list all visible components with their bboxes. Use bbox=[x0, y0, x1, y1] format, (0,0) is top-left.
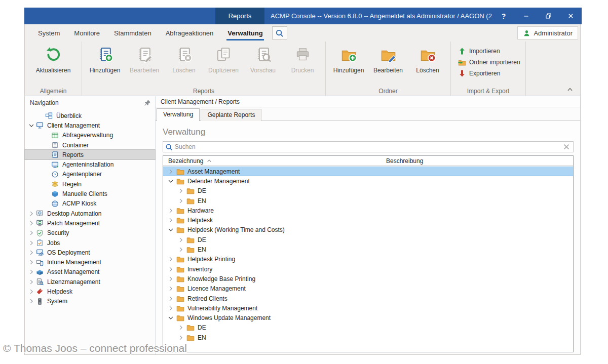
sidebar-item-container[interactable]: Container bbox=[25, 140, 155, 150]
sidebar-item-regeln[interactable]: Regeln bbox=[25, 179, 155, 189]
chevron-right-icon bbox=[167, 275, 174, 282]
column-header-beschreibung[interactable]: Beschreibung bbox=[381, 156, 573, 166]
menubar: SystemMonitoreStammdatenAbfrageaktionenV… bbox=[25, 24, 580, 42]
report-edit-icon bbox=[136, 46, 153, 63]
search-input[interactable]: Suchen bbox=[163, 141, 574, 152]
table-row-de[interactable]: DE bbox=[163, 235, 573, 245]
table-row-en[interactable]: EN bbox=[163, 333, 573, 342]
chevron-right-icon bbox=[167, 305, 174, 312]
table-row-hardware[interactable]: Hardware bbox=[163, 206, 573, 215]
table-row-de[interactable]: DE bbox=[163, 186, 573, 196]
close-button[interactable] bbox=[559, 8, 582, 24]
button-label: Hinzufügen bbox=[90, 67, 121, 74]
drucken-button: Drucken bbox=[283, 44, 322, 83]
help-button[interactable]: ? bbox=[492, 8, 515, 24]
restore-button[interactable] bbox=[537, 8, 559, 24]
tab-geplante-reports[interactable]: Geplante Reports bbox=[201, 109, 261, 121]
titlebar-reports-tab[interactable]: Reports bbox=[215, 8, 264, 24]
sidebar-item-agenteninstallation[interactable]: Agenteninstallation bbox=[25, 159, 155, 169]
table-row-helpdesk[interactable]: Helpdesk bbox=[163, 215, 573, 225]
folder-icon bbox=[176, 275, 184, 283]
table-row-licence-management[interactable]: Licence Management bbox=[163, 284, 573, 294]
client-management-icon bbox=[36, 122, 44, 129]
sidebar-item-reports[interactable]: Reports bbox=[25, 150, 155, 159]
folder-icon bbox=[176, 168, 184, 176]
hinzufuegen-button[interactable]: Hinzufügen bbox=[329, 44, 368, 83]
sidebar-item-patch-management[interactable]: Patch Management bbox=[25, 218, 155, 228]
pin-icon[interactable] bbox=[144, 99, 151, 106]
table-row-windows-update-management[interactable]: Windows Update Management bbox=[163, 313, 573, 322]
loeschen-button[interactable]: Löschen bbox=[408, 44, 447, 83]
sidebar-item-ueberblick[interactable]: Überblick bbox=[25, 111, 155, 120]
tab-verwaltung[interactable]: Verwaltung bbox=[157, 108, 200, 121]
report-preview-icon bbox=[255, 46, 272, 63]
row-label: Helpdesk bbox=[187, 217, 213, 224]
sidebar-item-manuelle-clients[interactable]: Manuelle Clients bbox=[25, 189, 155, 198]
sidebar-item-agentenplaner[interactable]: Agentenplaner bbox=[25, 170, 155, 179]
duplizieren-button: Duplizieren bbox=[204, 44, 243, 83]
aktualisieren-button[interactable]: Aktualisieren bbox=[28, 44, 79, 83]
sidebar-item-jobs[interactable]: Jobs bbox=[25, 238, 155, 248]
table-row-vulnerability-management[interactable]: Vulnerability Management bbox=[163, 303, 573, 313]
table-row-de[interactable]: DE bbox=[163, 323, 573, 333]
row-label: Defender Management bbox=[187, 178, 250, 185]
sidebar-item-system[interactable]: System bbox=[25, 297, 155, 306]
table-row-retired-clients[interactable]: Retired Clients bbox=[163, 294, 573, 303]
user-icon bbox=[523, 29, 530, 37]
sidebar-item-os-deployment[interactable]: OS Deployment bbox=[25, 248, 155, 257]
chevron-down-icon bbox=[167, 226, 174, 233]
column-header-bezeichnung[interactable]: Bezeichnung bbox=[163, 156, 381, 166]
row-label: Inventory bbox=[187, 266, 212, 273]
sidebar-item-intune-management[interactable]: Intune Management bbox=[25, 257, 155, 267]
menu-search-button[interactable] bbox=[272, 26, 287, 39]
chevron-right-icon bbox=[28, 210, 35, 217]
sidebar-item-security[interactable]: Security bbox=[25, 228, 155, 238]
sidebar-item-asset-management[interactable]: Asset Management bbox=[25, 267, 155, 277]
titlebar: Reports ACMP Console -- Version 6.8.0 --… bbox=[24, 8, 582, 24]
table-row-en[interactable]: EN bbox=[163, 196, 573, 206]
loeschen-button: Löschen bbox=[164, 44, 204, 83]
sidebar-item-desktop-automation[interactable]: Desktop Automation bbox=[25, 209, 155, 218]
report-delete-icon bbox=[176, 46, 193, 63]
table-row-knowledge-base-printing[interactable]: Knowledge Base Printing bbox=[163, 274, 573, 284]
table-body: Asset ManagementDefender ManagementDEENH… bbox=[163, 166, 573, 352]
sidebar-item-helpdesk[interactable]: Helpdesk bbox=[25, 287, 155, 296]
menu-item-monitore[interactable]: Monitore bbox=[67, 25, 107, 41]
table-row-asset-management[interactable]: Asset Management bbox=[163, 167, 573, 176]
row-label: DE bbox=[198, 236, 206, 244]
button-label: Bearbeiten bbox=[373, 67, 403, 74]
minimize-button[interactable] bbox=[515, 8, 537, 24]
menu-item-system[interactable]: System bbox=[31, 25, 67, 41]
hinzufuegen-button[interactable]: Hinzufügen bbox=[85, 44, 125, 83]
chevron-right-icon bbox=[167, 295, 174, 302]
ribbon-collapse-button[interactable] bbox=[566, 86, 574, 94]
sidebar-item-acmp-kiosk[interactable]: ACMP Kiosk bbox=[25, 199, 155, 209]
button-label: Hinzufügen bbox=[333, 67, 364, 74]
row-label: DE bbox=[198, 187, 206, 194]
folder-icon bbox=[186, 323, 195, 332]
sidebar-item-abfrageverwaltung[interactable]: Abfrageverwaltung bbox=[25, 131, 155, 140]
chevron-right-icon bbox=[177, 334, 184, 341]
importieren-button[interactable]: Importieren bbox=[458, 46, 520, 57]
menu-item-verwaltung[interactable]: Verwaltung bbox=[220, 25, 270, 41]
page-title: Verwaltung bbox=[163, 127, 574, 137]
menu-item-stammdaten[interactable]: Stammdaten bbox=[107, 25, 159, 41]
bearbeiten-button[interactable]: Bearbeiten bbox=[368, 44, 408, 83]
menu-item-abfrageaktionen[interactable]: Abfrageaktionen bbox=[159, 25, 221, 41]
vorschau-button: Vorschau bbox=[243, 44, 283, 83]
table-row-helpdesk-printing[interactable]: Helpdesk Printing bbox=[163, 255, 573, 264]
import-icon bbox=[458, 47, 466, 55]
sidebar-item-client-management[interactable]: Client Management bbox=[25, 120, 155, 130]
table-row-helpdesk-working-time-and-costs[interactable]: Helpdesk (Working Time and Costs) bbox=[163, 225, 573, 235]
sidebar-item-lizenzmanagement[interactable]: Lizenzmanagement bbox=[25, 277, 155, 287]
exportieren-button[interactable]: Exportieren bbox=[458, 68, 520, 79]
ribbon-group-label: Allgemein bbox=[25, 88, 82, 95]
ordner-importieren-button[interactable]: Ordner importieren bbox=[458, 57, 520, 68]
clear-search-icon[interactable] bbox=[563, 143, 570, 150]
administrator-button[interactable]: Administrator bbox=[517, 26, 578, 39]
table-row-inventory[interactable]: Inventory bbox=[163, 264, 573, 274]
folder-import-icon bbox=[458, 58, 466, 66]
table-row-en[interactable]: EN bbox=[163, 245, 573, 254]
bearbeiten-button: Bearbeiten bbox=[125, 44, 164, 83]
table-row-defender-management[interactable]: Defender Management bbox=[163, 176, 573, 186]
